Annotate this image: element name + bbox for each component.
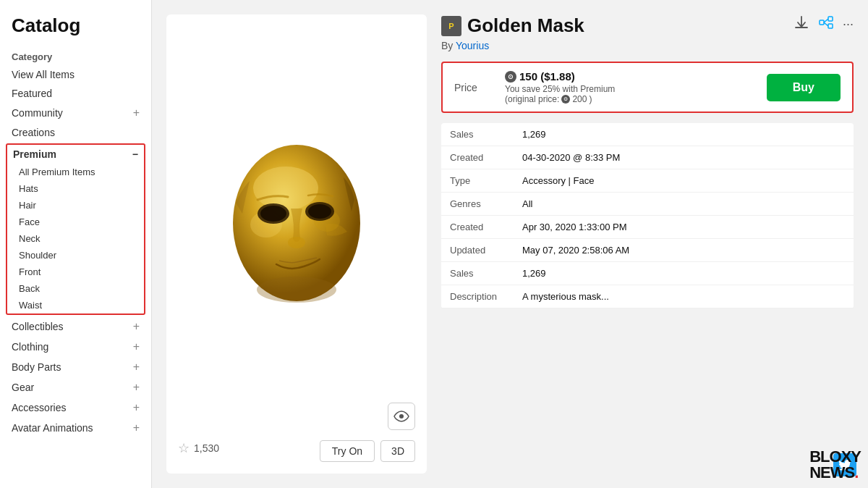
bloxy-news-watermark: BLOXY NEWS. [809, 449, 861, 481]
table-row: Sales 1,269 [441, 262, 854, 285]
premium-badge-icon: P [441, 16, 461, 36]
svg-point-1 [253, 167, 318, 210]
product-title-row: P Golden Mask [441, 14, 584, 37]
svg-rect-15 [828, 24, 833, 28]
sidebar-item-avatar-animations[interactable]: Avatar Animations + [0, 418, 151, 438]
collectibles-expand-icon[interactable]: + [133, 320, 140, 333]
preview-button[interactable] [388, 403, 415, 430]
sidebar-item-back[interactable]: Back [7, 280, 144, 297]
buy-button[interactable]: Buy [767, 74, 841, 101]
detail-label-created-short: Created [441, 146, 514, 169]
sidebar-item-clothing[interactable]: Clothing + [0, 337, 151, 357]
main-content: ☆ 1,530 Try On 3D P Golden Mask [152, 0, 868, 488]
table-row: Created 04-30-2020 @ 8:33 PM [441, 146, 854, 169]
svg-point-5 [260, 206, 286, 222]
svg-point-8 [288, 237, 305, 248]
robux-icon: ⊙ [505, 71, 516, 83]
sidebar: Catalog Category View All Items Featured… [0, 0, 152, 488]
product-image-area [178, 29, 415, 427]
news-text: NEWS. [809, 465, 861, 481]
eye-icon [393, 411, 409, 422]
svg-line-17 [824, 22, 828, 26]
sidebar-item-view-all[interactable]: View All Items [0, 65, 151, 84]
table-row: Description A mysterious mask... [441, 285, 854, 308]
robux-icon-small: ⊙ [561, 95, 570, 104]
detail-label-sales: Sales [441, 123, 514, 146]
period-decoration: . [854, 463, 858, 481]
product-details: P Golden Mask [441, 14, 854, 474]
sidebar-item-shoulder[interactable]: Shoulder [7, 247, 144, 264]
detail-value-genres: All [514, 193, 854, 216]
price-label: Price [454, 82, 498, 93]
sidebar-item-hats[interactable]: Hats [7, 180, 144, 197]
sidebar-item-body-parts[interactable]: Body Parts + [0, 357, 151, 377]
product-buttons: Try On 3D [320, 440, 415, 462]
accessories-expand-icon[interactable]: + [133, 401, 140, 414]
creator-name: By Yourius [441, 40, 854, 51]
premium-section: Premium − All Premium Items Hats Hair Fa… [6, 143, 145, 315]
svg-point-7 [308, 204, 331, 219]
detail-value-created-long: Apr 30, 2020 1:33:00 PM [514, 216, 854, 239]
table-row: Genres All [441, 193, 854, 216]
product-image-panel: ☆ 1,530 Try On 3D [166, 14, 427, 474]
try-on-button[interactable]: Try On [320, 440, 375, 462]
share-icon[interactable] [818, 14, 834, 34]
creator-link[interactable]: Yourius [456, 40, 489, 51]
detail-value-updated: May 07, 2020 2:58:06 AM [514, 239, 854, 262]
premium-collapse-icon[interactable]: − [132, 148, 138, 160]
detail-label-created-long: Created [441, 216, 514, 239]
table-row: Sales 1,269 [441, 123, 854, 146]
detail-label-sales2: Sales [441, 262, 514, 285]
more-options-icon[interactable]: ··· [843, 17, 854, 32]
price-main: ⊙ 150 ($1.88) [505, 70, 760, 83]
star-count: 1,530 [194, 442, 219, 454]
detail-label-updated: Updated [441, 239, 514, 262]
svg-rect-13 [820, 20, 824, 25]
star-rating: ☆ 1,530 [178, 440, 219, 456]
community-expand-icon[interactable]: + [133, 106, 140, 119]
price-section: Price ⊙ 150 ($1.88) You save 25% with Pr… [441, 62, 854, 113]
sidebar-item-creations[interactable]: Creations [0, 123, 151, 142]
product-actions: ··· [793, 14, 854, 34]
body-parts-expand-icon[interactable]: + [133, 361, 140, 374]
detail-value-sales: 1,269 [514, 123, 854, 146]
svg-point-9 [257, 277, 336, 303]
detail-value-created-short: 04-30-2020 @ 8:33 PM [514, 146, 854, 169]
sidebar-item-premium[interactable]: Premium − [7, 145, 144, 164]
sidebar-item-community[interactable]: Community + [0, 103, 151, 123]
avatar-animations-expand-icon[interactable]: + [133, 421, 140, 434]
sidebar-item-all-premium[interactable]: All Premium Items [7, 164, 144, 180]
sidebar-item-face[interactable]: Face [7, 214, 144, 230]
gear-expand-icon[interactable]: + [133, 381, 140, 394]
sidebar-item-front[interactable]: Front [7, 264, 144, 280]
detail-value-sales2: 1,269 [514, 262, 854, 285]
sidebar-item-collectibles[interactable]: Collectibles + [0, 316, 151, 337]
table-row: Updated May 07, 2020 2:58:06 AM [441, 239, 854, 262]
price-savings: You save 25% with Premium [505, 84, 760, 94]
product-name: Golden Mask [467, 14, 584, 37]
detail-label-type: Type [441, 169, 514, 193]
detail-value-type: Accessory | Face [514, 169, 854, 193]
table-row: Type Accessory | Face [441, 169, 854, 193]
three-d-button[interactable]: 3D [380, 440, 415, 462]
clothing-expand-icon[interactable]: + [133, 340, 140, 353]
sidebar-item-neck[interactable]: Neck [7, 230, 144, 247]
sidebar-item-accessories[interactable]: Accessories + [0, 397, 151, 418]
download-icon[interactable] [793, 14, 809, 34]
sidebar-item-gear[interactable]: Gear + [0, 377, 151, 397]
golden-mask-image [210, 130, 383, 326]
sidebar-item-waist[interactable]: Waist [7, 297, 144, 314]
sidebar-item-hair[interactable]: Hair [7, 197, 144, 214]
detail-label-genres: Genres [441, 193, 514, 216]
table-row: Created Apr 30, 2020 1:33:00 PM [441, 216, 854, 239]
bloxy-text: BLOXY [809, 449, 861, 465]
price-original: (original price: ⊙ 200 ) [505, 94, 760, 104]
star-icon: ☆ [178, 440, 190, 456]
sidebar-item-featured[interactable]: Featured [0, 84, 151, 103]
svg-text:P: P [448, 22, 454, 30]
detail-label-description: Description [441, 285, 514, 308]
details-table: Sales 1,269 Created 04-30-2020 @ 8:33 PM… [441, 123, 854, 308]
category-label: Category [0, 46, 151, 65]
product-header: P Golden Mask [441, 14, 854, 37]
price-display: 150 ($1.88) [519, 70, 575, 83]
